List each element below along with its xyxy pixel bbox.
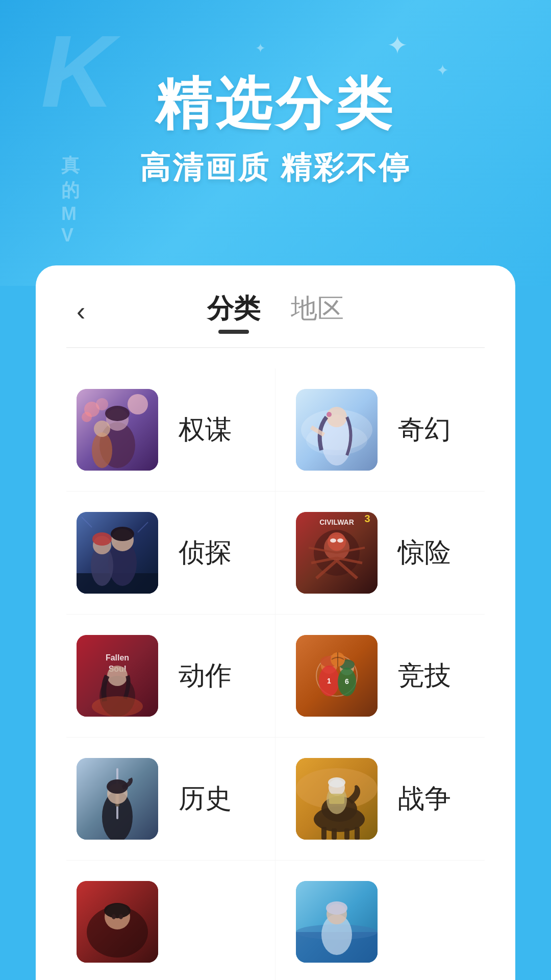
svg-point-21 <box>111 527 134 541</box>
tab-bar: ‹ 分类 地区 <box>66 265 485 347</box>
tab-region[interactable]: 地区 <box>291 291 344 332</box>
category-thumb-zhanzheng <box>296 758 378 840</box>
svg-text:3: 3 <box>364 513 370 524</box>
svg-rect-72 <box>344 828 349 840</box>
category-thumb-qihuan <box>296 389 378 471</box>
svg-point-8 <box>92 432 112 468</box>
svg-point-40 <box>337 538 343 543</box>
hero-title: 精选分类 高清画质 精彩不停 <box>140 66 412 189</box>
svg-text:1: 1 <box>327 677 331 685</box>
category-thumb-jingji: 1 6 <box>296 635 378 717</box>
svg-point-82 <box>112 914 116 919</box>
bg-decoration-k: K <box>41 20 114 122</box>
back-button[interactable]: ‹ <box>77 296 85 327</box>
category-label-jingji: 竞技 <box>398 658 451 694</box>
svg-point-46 <box>92 696 143 717</box>
category-label-jingxian: 惊险 <box>398 535 451 571</box>
svg-point-4 <box>82 412 92 422</box>
hero-section: K 真 的 M V ✦ ✦ ✦ 精选分类 高清画质 精彩不停 <box>0 0 551 286</box>
category-item-zhentanjian[interactable]: 侦探 <box>66 492 276 615</box>
svg-point-83 <box>119 914 123 919</box>
svg-point-76 <box>328 777 345 788</box>
svg-text:Fallen: Fallen <box>106 653 129 662</box>
svg-rect-73 <box>355 827 360 840</box>
content-card: ‹ 分类 地区 <box>36 265 515 980</box>
tab-category[interactable]: 分类 <box>207 291 260 332</box>
star-decoration-1: ✦ <box>387 31 408 60</box>
category-item-zhanzheng[interactable]: 战争 <box>276 738 485 861</box>
category-thumb-10 <box>296 881 378 963</box>
category-item-jingji[interactable]: 1 6 竞技 <box>276 615 485 738</box>
svg-text:6: 6 <box>345 677 349 685</box>
hero-title-main: 精选分类 <box>140 66 412 142</box>
category-thumb-9 <box>77 881 158 963</box>
svg-point-14 <box>327 407 347 427</box>
category-item-lishi[interactable]: 历史 <box>66 738 276 861</box>
svg-point-38 <box>328 532 346 551</box>
category-item-10[interactable] <box>276 861 485 980</box>
star-decoration-2: ✦ <box>436 61 449 79</box>
tabs-container: 分类 地区 <box>207 291 344 332</box>
category-thumb-lishi <box>77 758 158 840</box>
category-grid: 权谋 <box>66 369 485 980</box>
svg-point-89 <box>326 901 347 915</box>
hero-title-sub: 高清画质 精彩不停 <box>140 148 412 189</box>
star-decoration-3: ✦ <box>255 41 266 56</box>
svg-point-7 <box>105 406 130 421</box>
category-label-zhanzheng: 战争 <box>398 781 451 817</box>
tab-divider <box>66 347 485 348</box>
svg-point-24 <box>92 532 112 546</box>
svg-point-81 <box>104 903 131 918</box>
svg-point-39 <box>330 538 336 543</box>
category-item-quanmou[interactable]: 权谋 <box>66 369 276 492</box>
svg-point-1 <box>128 394 148 414</box>
category-item-qihuan[interactable]: 奇幻 <box>276 369 485 492</box>
category-item-jingxian[interactable]: CIVILWAR 3 <box>276 492 485 615</box>
category-label-quanmou: 权谋 <box>179 412 232 448</box>
category-label-dongzuo: 动作 <box>179 658 232 694</box>
svg-rect-71 <box>332 828 337 840</box>
svg-point-45 <box>107 666 128 686</box>
svg-point-9 <box>94 421 110 437</box>
category-thumb-dongzuo: Fallen Soul <box>77 635 158 717</box>
category-label-lishi: 历史 <box>179 781 232 817</box>
bg-decoration-chars: 真 的 M V <box>61 153 80 246</box>
svg-text:CIVILWAR: CIVILWAR <box>319 518 354 526</box>
category-item-9[interactable] <box>66 861 276 980</box>
category-label-qihuan: 奇幻 <box>398 412 451 448</box>
category-thumb-zhentan <box>77 512 158 594</box>
svg-rect-77 <box>329 794 344 804</box>
svg-point-3 <box>96 398 108 410</box>
category-thumb-quanmou <box>77 389 158 471</box>
category-item-dongzuo[interactable]: Fallen Soul 动作 <box>66 615 276 738</box>
category-thumb-jingxian: CIVILWAR 3 <box>296 512 378 594</box>
svg-rect-70 <box>321 827 327 840</box>
svg-point-15 <box>327 412 332 417</box>
category-label-zhentan: 侦探 <box>179 535 232 571</box>
